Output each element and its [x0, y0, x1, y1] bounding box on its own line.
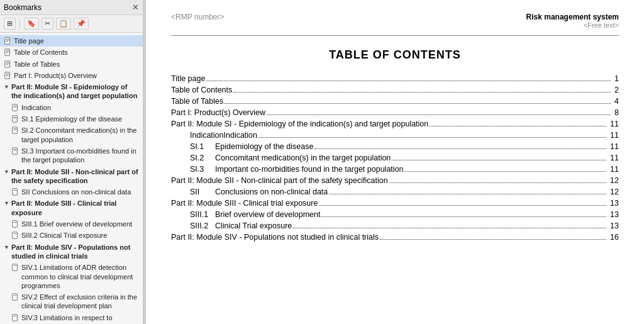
toc-entry[interactable]: SI.2Concomitant medication(s) in the tar… [190, 154, 619, 162]
svg-rect-4 [5, 49, 10, 55]
sidebar-group-children-sii: SII Conclusions on non-clinical data [8, 186, 143, 198]
delete-bookmark-button[interactable]: ✂ [42, 18, 53, 30]
sidebar-item-label: SII Conclusions on non-clinical data [21, 187, 139, 196]
page-icon [4, 48, 11, 56]
close-icon[interactable]: ✕ [132, 3, 139, 12]
move-bookmark-button[interactable]: 📋 [56, 18, 71, 30]
toc-entry-label: Table of Contents [171, 86, 232, 94]
sidebar-group-header-siv[interactable]: ▼ Part II: Module SIV - Populations not … [0, 242, 143, 262]
toc-page-number: 11 [610, 165, 619, 174]
sidebar-group-header-sii[interactable]: ▼ Part II: Module SII - Non-clinical par… [0, 166, 143, 187]
toc-section-number: SII [190, 187, 215, 196]
sidebar-item-si1[interactable]: SI.1 Epidemiology of the disease [8, 113, 143, 125]
toc-entry[interactable]: Part II: Module SI - Epidemiology of the… [171, 120, 619, 128]
toc-entry[interactable]: SIIConclusions on non-clinical data 12 [190, 187, 619, 196]
sidebar-item-indication[interactable]: Indication [8, 102, 143, 113]
bookmarks-panel: Bookmarks ✕ ⊞ 🔖 ✂ 📋 📌 Title page [0, 0, 143, 324]
page-icon [4, 60, 11, 68]
sidebar-item-sii[interactable]: SII Conclusions on non-clinical data [8, 186, 143, 198]
sidebar-item-siv3[interactable]: SIV.3 Limitations in respect to [8, 312, 143, 323]
document-content: <RMP number> Risk management system <Fre… [146, 0, 644, 324]
new-bookmark-button[interactable]: 🔖 [24, 18, 39, 30]
document-header: <RMP number> Risk management system <Fre… [171, 13, 619, 29]
sidebar-item-label: SIV.2 Effect of exclusion criteria in th… [21, 293, 139, 311]
svg-rect-34 [13, 264, 18, 271]
toc-entry-label: Title page [171, 74, 205, 83]
sidebar-item-siv1[interactable]: SIV.1 Limitations of ADR detection commo… [8, 262, 143, 291]
page-icon [11, 126, 19, 134]
toc-entry[interactable]: Title page1 [171, 74, 619, 83]
toc-page-number: 13 [610, 199, 619, 208]
toc-entry-label: Part II: Module SIII - Clinical trial ex… [171, 199, 318, 208]
sidebar-group-header-si[interactable]: ▼ Part II: Module SI - Epidemiology of t… [0, 81, 143, 102]
svg-rect-22 [13, 127, 18, 133]
toc-page-number: 12 [610, 176, 619, 185]
sidebar-item-siii1[interactable]: SIII.1 Brief overview of development [8, 218, 143, 230]
toc-entry[interactable]: Part I: Product(s) Overview 8 [171, 108, 619, 117]
toc-entry[interactable]: SI.3Important co-morbidities found in th… [190, 165, 619, 174]
toc-section-number: SI.2 [190, 154, 215, 162]
expand-button[interactable]: ⊞ [4, 18, 16, 30]
properties-bookmark-button[interactable]: 📌 [74, 18, 89, 30]
toc-entry[interactable]: Table of Contents2 [171, 86, 619, 94]
sidebar-item-label: Indication [21, 103, 139, 112]
toc-page-number: 12 [610, 187, 619, 196]
toc-entry[interactable]: SI.1Epidemiology of the disease11 [190, 142, 619, 151]
chevron-down-icon: ▼ [4, 84, 9, 91]
toc-dots [314, 148, 606, 149]
sidebar-item-title-page[interactable]: Title page [0, 35, 143, 47]
toc-entry-label: Conclusions on non-clinical data [215, 187, 328, 196]
toc-page-number: 13 [610, 221, 619, 230]
toc-entry-label: Part II: Module SI - Epidemiology of the… [171, 120, 428, 128]
toc-entry-label: Part I: Product(s) Overview [171, 108, 265, 117]
toc-dots [293, 228, 606, 228]
toc-page-number: 2 [614, 86, 619, 94]
sidebar-item-siv2[interactable]: SIV.2 Effect of exclusion criteria in th… [8, 291, 143, 312]
toc-entry[interactable]: SIII.1Brief overview of development13 [190, 210, 619, 219]
toc-entry[interactable]: IndicationIndication 11 [190, 131, 619, 140]
toc-title: TABLE OF CONTENTS [171, 48, 619, 62]
page-icon [11, 220, 19, 228]
sidebar-title: Bookmarks [4, 3, 42, 12]
sidebar-item-label: SI.1 Epidemiology of the disease [21, 115, 139, 123]
page-icon [11, 147, 19, 155]
toolbar-separator [19, 19, 20, 29]
sidebar-item-si3[interactable]: SI.3 Important co-morbidities found in t… [8, 145, 143, 166]
page-icon [11, 232, 19, 239]
svg-rect-25 [13, 148, 18, 154]
toc-entry[interactable]: Part II: Module SIII - Clinical trial ex… [171, 199, 619, 208]
chevron-down-icon: ▼ [4, 244, 9, 252]
toc-entry[interactable]: Part II: Module SII - Non-clinical part … [171, 176, 619, 185]
toc-section-number: SIII.2 [190, 221, 215, 230]
svg-rect-38 [13, 315, 18, 321]
sidebar-group-children-si: Indication SI.1 Epidemiology of the dise… [8, 102, 143, 166]
toc-section-number: SI.3 [190, 165, 215, 174]
svg-rect-30 [13, 221, 18, 227]
svg-rect-8 [5, 60, 10, 67]
sidebar-item-siii2[interactable]: SIII.2 Clinical Trial exposure [8, 230, 143, 241]
toc-entry[interactable]: Part II: Module SIV - Populations not st… [171, 233, 619, 242]
sidebar-item-toc[interactable]: Table of Contents [0, 47, 143, 58]
svg-rect-12 [5, 72, 10, 79]
sidebar-item-si2[interactable]: SI.2 Concomitant medication(s) in the ta… [8, 125, 143, 145]
toc-section-number: Indication [190, 131, 224, 140]
toc-entry-label: Concomitant medication(s) in the target … [215, 154, 391, 162]
sidebar-group-children-siv: SIV.1 Limitations of ADR detection commo… [8, 262, 143, 323]
svg-rect-19 [13, 116, 18, 122]
sidebar-item-label: Table of Contents [14, 48, 139, 57]
svg-rect-32 [13, 232, 18, 238]
sidebar-item-part1[interactable]: Part I: Product(s) Overview [0, 70, 143, 81]
sidebar-group-label: Part II: Module SI - Epidemiology of the… [11, 82, 139, 101]
sidebar-item-tot[interactable]: Table of Tables [0, 59, 143, 70]
sidebar-group-header-siii[interactable]: ▼ Part II: Module SIII - Clinical trial … [0, 198, 143, 218]
sidebar-item-label: SIII.2 Clinical Trial exposure [21, 231, 139, 240]
page-icon [4, 72, 11, 79]
toc-entry[interactable]: SIII.2Clinical Trial exposure 13 [190, 221, 619, 230]
toc-entry[interactable]: Table of Tables4 [171, 97, 619, 106]
toc-page-number: 13 [610, 210, 619, 219]
toc-dots [430, 126, 606, 126]
svg-rect-28 [13, 189, 18, 195]
toc-dots [329, 194, 606, 194]
sidebar-item-label: Table of Tables [14, 60, 139, 69]
toc-entry-label: Part II: Module SII - Non-clinical part … [171, 176, 388, 185]
